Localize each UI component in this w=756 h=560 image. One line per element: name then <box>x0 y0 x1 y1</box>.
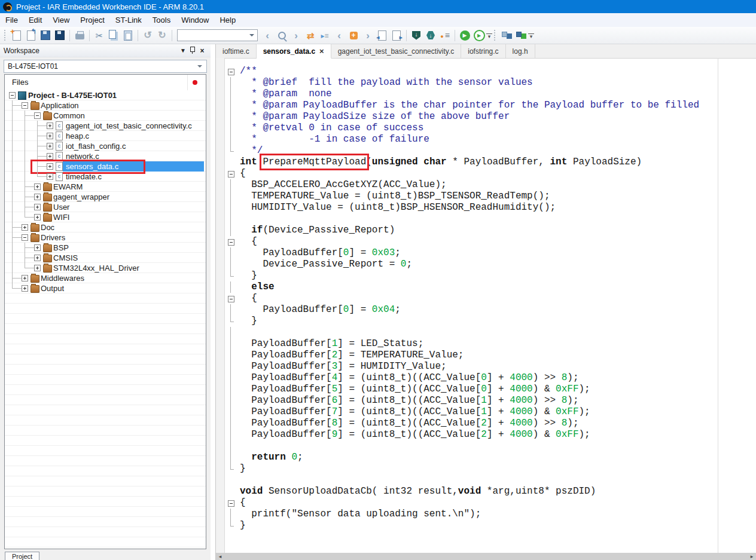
paste-button[interactable] <box>121 28 135 42</box>
code-line[interactable]: PayloadBuffer[3] = HUMIDITY_Value; <box>216 361 756 372</box>
code-line[interactable]: HUMIDITY_Value = (uint8_t)BSP_HSENSOR_Re… <box>216 202 756 213</box>
tree-item-iot-flash-config-c[interactable]: ciot_flash_config.c <box>5 141 206 151</box>
fold-collapse-icon[interactable] <box>228 239 234 246</box>
undo-button[interactable] <box>141 28 155 42</box>
redo-button[interactable] <box>155 28 169 42</box>
code-line[interactable]: } <box>216 463 756 475</box>
close-icon[interactable]: × <box>197 47 207 55</box>
tree-item-label[interactable]: Middlewares <box>39 274 86 283</box>
cut-button[interactable] <box>92 28 106 42</box>
tree-item-sensors-data-c[interactable]: csensors_data.c <box>5 161 206 172</box>
editor-tab-log-h[interactable]: log.h <box>506 44 535 58</box>
collapse-icon[interactable] <box>34 112 41 119</box>
menu-help[interactable]: Help <box>214 13 241 27</box>
code-line[interactable]: * @param PayloadBuffer is the char point… <box>216 100 756 111</box>
code-line[interactable]: PayloadBuffer[0] = 0x04; <box>216 304 756 316</box>
toolbar-overflow-icon[interactable] <box>486 32 492 39</box>
expand-icon[interactable] <box>34 214 41 221</box>
navigate-back-button[interactable] <box>375 28 389 42</box>
code-line[interactable]: else <box>216 281 756 293</box>
tree-item-label[interactable]: network.c <box>64 152 101 161</box>
print-button[interactable] <box>72 28 87 42</box>
horizontal-scrollbar[interactable]: ◂ ▸ <box>216 553 756 560</box>
toolbar-grip[interactable] <box>4 30 8 41</box>
expand-icon[interactable] <box>47 123 53 129</box>
open-document-button[interactable] <box>24 28 38 42</box>
tree-item-label[interactable]: WIFI <box>51 213 71 222</box>
find-previous-button[interactable]: ‹ <box>260 28 275 42</box>
code-line[interactable]: * @retval 0 in case of success <box>216 123 756 134</box>
tree-item-ewarm[interactable]: EWARM <box>5 182 206 192</box>
code-line[interactable]: { <box>216 293 756 304</box>
tree-item-label[interactable]: Application <box>39 101 81 110</box>
code-line[interactable]: BSP_ACCELERO_AccGetXYZ(ACC_Value); <box>216 179 756 191</box>
code-line[interactable]: } <box>216 316 756 327</box>
blocks-add-button[interactable] <box>514 28 528 42</box>
files-column-header[interactable]: Files <box>5 75 206 89</box>
toolbar-grip[interactable] <box>494 30 498 41</box>
tree-item-stm32l4xx-hal-driver[interactable]: STM32L4xx_HAL_Driver <box>5 263 206 273</box>
code-line[interactable]: * @param PayloadSize size of the above b… <box>216 111 756 123</box>
tree-item-label[interactable]: gagent_wrapper <box>51 192 111 201</box>
find-button[interactable] <box>275 28 289 42</box>
fold-collapse-icon[interactable] <box>228 500 234 507</box>
code-line[interactable]: PayloadBuffer[7] = (uint8_t)((ACC_Value[… <box>216 406 756 418</box>
tree-item-network-c[interactable]: cnetwork.c <box>5 151 206 161</box>
tree-item-label[interactable]: BSP <box>51 243 71 252</box>
workspace-bottom-tab-project[interactable]: Project <box>5 552 39 560</box>
tree-item-label[interactable]: gagent_iot_test_basic_connectivity.c <box>64 121 194 130</box>
editor-tab-gagent-iot-test-basic-connectivity-c[interactable]: gagent_iot_test_basic_connectivity.c <box>331 44 462 58</box>
debug-without-downloading-button[interactable]: ▶ <box>472 28 486 42</box>
navigate-forward-button[interactable] <box>389 28 404 42</box>
pin-icon[interactable] <box>188 47 197 55</box>
code-line[interactable]: PayloadBuffer[2] = TEMPERATURE_Value; <box>216 350 756 361</box>
menu-window[interactable]: Window <box>176 13 214 27</box>
blocks-button[interactable] <box>499 28 514 42</box>
toggle-bookmark-button[interactable]: + <box>346 28 361 42</box>
toolbar-overflow-icon[interactable] <box>528 32 534 39</box>
fold-collapse-icon[interactable] <box>228 171 234 178</box>
tree-item-label[interactable]: User <box>51 203 71 212</box>
code-line[interactable]: } <box>216 270 756 281</box>
code-line[interactable]: printf("Sensor data uploading sent.\n"); <box>216 509 756 520</box>
expand-icon[interactable] <box>34 255 41 261</box>
expand-icon[interactable] <box>47 143 53 149</box>
code-line[interactable]: */ <box>216 145 756 157</box>
code-line[interactable]: PayloadBuffer[6] = (uint8_t)((ACC_Value[… <box>216 395 756 406</box>
compile-button[interactable]: ↓ <box>423 28 438 42</box>
tree-item-cmsis[interactable]: CMSIS <box>5 253 206 263</box>
code-line[interactable]: TEMPERATURE_Value = (uint8_t)BSP_TSENSOR… <box>216 191 756 202</box>
previous-bookmark-button[interactable]: ‹ <box>332 28 346 42</box>
configuration-selector[interactable]: B-L475E-IOT01 <box>4 60 207 73</box>
expand-icon[interactable] <box>47 163 53 170</box>
tree-item-label[interactable]: iot_flash_config.c <box>64 142 127 151</box>
tree-item-label[interactable]: EWARM <box>51 182 84 191</box>
code-line[interactable]: int PrepareMqttPayload(unsigned char * P… <box>216 157 756 168</box>
code-line[interactable] <box>216 475 756 486</box>
tree-item-label[interactable]: Common <box>51 111 87 120</box>
tree-item-wifi[interactable]: WIFI <box>5 212 206 222</box>
tree-item-doc[interactable]: Doc <box>5 222 206 232</box>
collapse-icon[interactable] <box>9 92 16 99</box>
code-line[interactable]: PayloadBuffer[0] = 0x03; <box>216 247 756 259</box>
expand-icon[interactable] <box>22 285 28 292</box>
code-line[interactable] <box>216 327 756 338</box>
code-line[interactable]: PayloadBuffer[8] = (uint8_t)((ACC_Value[… <box>216 418 756 429</box>
expand-icon[interactable] <box>34 265 41 271</box>
make-button[interactable]: ↓ <box>409 28 423 42</box>
code-line[interactable]: if(Device_Passive_Report) <box>216 225 756 236</box>
tree-item-label[interactable]: Project - B-L475E-IOT01 <box>26 91 118 100</box>
expand-icon[interactable] <box>22 275 28 281</box>
tree-item-label[interactable]: STM32L4xx_HAL_Driver <box>51 264 141 273</box>
copy-button[interactable] <box>106 28 121 42</box>
menu-file[interactable]: File <box>0 13 23 27</box>
menu-project[interactable]: Project <box>75 13 109 27</box>
save-all-documents-button[interactable] <box>53 28 67 42</box>
tree-item-middlewares[interactable]: Middlewares <box>5 273 206 283</box>
expand-icon[interactable] <box>34 204 41 210</box>
editor-tab-iofstring-c[interactable]: iofstring.c <box>461 44 505 58</box>
expand-icon[interactable] <box>34 194 41 200</box>
tree-item-gagent-iot-test-basic-connectivity-c[interactable]: cgagent_iot_test_basic_connectivity.c <box>5 121 206 131</box>
batch-build-button[interactable] <box>438 28 452 42</box>
tree-item-label[interactable]: Doc <box>39 223 56 232</box>
